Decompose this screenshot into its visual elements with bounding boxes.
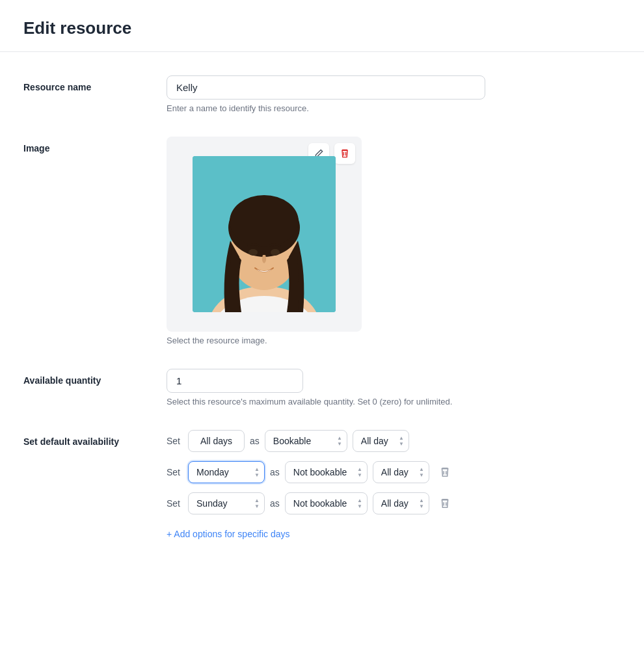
resource-name-field: Enter a name to identify this resource. [167,75,562,113]
time-select-wrapper-3: All day ▲ ▼ [373,492,429,514]
trash-icon [340,148,350,159]
time-select-1[interactable]: All day [353,430,409,452]
svg-point-8 [271,249,280,256]
time-select-3[interactable]: All day [373,492,429,514]
available-quantity-row: Available quantity Select this resource'… [23,369,562,406]
page-header: Edit resource [0,0,644,52]
person-photo [193,156,336,312]
time-select-wrapper-1: All day ▲ ▼ [353,430,409,452]
available-quantity-hint: Select this resource's maximum available… [167,397,562,406]
set-default-availability-label: Set default availability [23,430,167,447]
availability-row-3: Set Sunday Monday Tuesday Wednesday Thur… [167,492,562,514]
image-label: Image [23,137,167,153]
resource-name-label: Resource name [23,75,167,92]
form-container: Resource name Enter a name to identify t… [0,52,585,587]
delete-row-2-button[interactable] [435,462,455,483]
day-select-wrapper-3: Sunday Monday Tuesday Wednesday Thursday… [188,492,265,514]
image-row: Image [23,137,562,345]
resource-name-input[interactable] [167,75,485,100]
status-select-wrapper-1: Bookable Not bookable ▲ ▼ [265,430,347,452]
as-prefix-1: as [250,436,260,446]
image-hint: Select the resource image. [167,336,562,345]
available-quantity-field: Select this resource's maximum available… [167,369,562,406]
delete-row-3-button[interactable] [435,493,455,514]
as-prefix-3: as [270,498,280,509]
day-selector-1[interactable]: All days [188,430,245,452]
set-prefix-1: Set [167,436,180,446]
resource-name-row: Resource name Enter a name to identify t… [23,75,562,113]
set-prefix-2: Set [167,467,180,477]
day-select-wrapper-2: Monday Tuesday Wednesday Thursday Friday… [188,461,265,483]
status-select-3[interactable]: Not bookable Bookable [285,492,368,514]
as-prefix-2: as [270,467,280,477]
available-quantity-label: Available quantity [23,369,167,386]
page-title: Edit resource [23,18,621,38]
status-select-2[interactable]: Not bookable Bookable [285,461,368,483]
add-options-link[interactable]: + Add options for specific days [167,529,290,539]
status-select-wrapper-3: Not bookable Bookable ▲ ▼ [285,492,368,514]
trash-icon-row2 [439,466,451,478]
day-select-2[interactable]: Monday Tuesday Wednesday Thursday Friday… [188,461,265,483]
availability-row-1: Set All days as Bookable Not bookable ▲ … [167,430,562,452]
trash-icon-row3 [439,498,451,509]
image-field: Select the resource image. [167,137,562,345]
set-prefix-3: Set [167,498,180,509]
image-area [167,137,362,332]
status-select-1[interactable]: Bookable Not bookable [265,430,347,452]
status-select-wrapper-2: Not bookable Bookable ▲ ▼ [285,461,368,483]
availability-row-2: Set Monday Tuesday Wednesday Thursday Fr… [167,461,562,483]
set-default-availability-row: Set default availability Set All days as… [23,430,562,540]
resource-name-hint: Enter a name to identify this resource. [167,103,562,113]
time-select-wrapper-2: All day ▲ ▼ [373,461,429,483]
availability-section: Set All days as Bookable Not bookable ▲ … [167,430,562,540]
available-quantity-input[interactable] [167,369,303,393]
svg-point-6 [230,195,299,247]
person-svg [193,156,336,312]
time-select-2[interactable]: All day [373,461,429,483]
delete-image-button[interactable] [334,143,355,164]
svg-point-7 [248,249,258,256]
day-select-3[interactable]: Sunday Monday Tuesday Wednesday Thursday… [188,492,265,514]
